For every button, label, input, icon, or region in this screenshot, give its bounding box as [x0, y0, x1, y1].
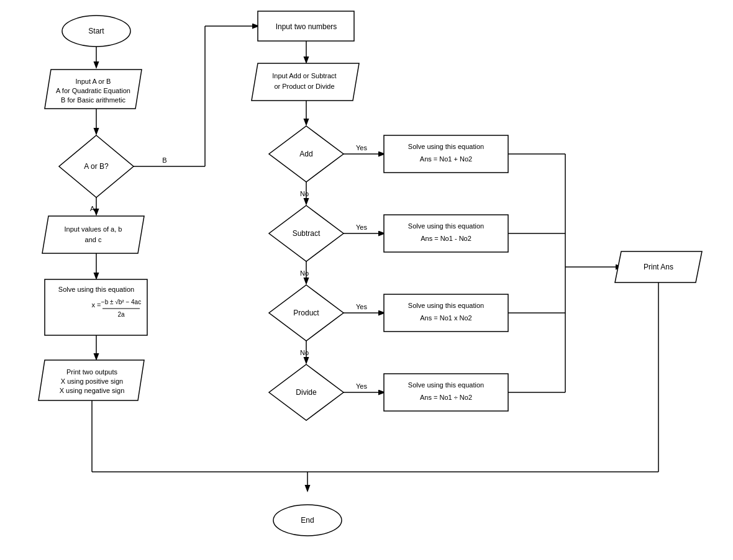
solve-prod-label1: Solve using this equation	[408, 302, 484, 309]
label-yes-prod: Yes	[356, 303, 367, 310]
solve-sub-rect	[384, 215, 508, 252]
print-ans-label: Print Ans	[644, 263, 673, 271]
flowchart-svg: Start Input A or B A for Quadratic Equat…	[0, 0, 733, 560]
input-abc-label2: and c	[85, 236, 102, 243]
print-two-label2: X using positive sign	[61, 377, 123, 385]
formula-numerator: −b ± √b² − 4ac	[101, 299, 141, 305]
solve-add-label2: Ans = No1 + No2	[420, 155, 472, 163]
input-abc-shape	[42, 216, 144, 253]
print-two-label1: Print two outputs	[66, 368, 117, 376]
input-op-label2: or Product or Divide	[274, 83, 334, 90]
input-op-shape	[252, 63, 359, 101]
label-b: B	[162, 156, 166, 164]
label-yes-add: Yes	[356, 144, 367, 151]
decision-subtract-label: Subtract	[293, 229, 321, 238]
solve-add-label1: Solve using this equation	[408, 143, 484, 150]
input-abc-label1: Input values of a, b	[65, 225, 122, 233]
label-yes-sub: Yes	[356, 224, 367, 231]
solve-div-label2: Ans = No1 ÷ No2	[420, 394, 472, 401]
solve-prod-rect	[384, 294, 508, 332]
formula-denominator: 2a	[117, 311, 125, 318]
label-a: A	[90, 205, 95, 212]
solve-div-rect	[384, 374, 508, 411]
input-two-label: Input two numbers	[276, 22, 337, 31]
input-ab-label2: A for Quadratic Equation	[56, 87, 130, 94]
label-yes-div: Yes	[356, 382, 367, 390]
start-label: Start	[88, 27, 104, 35]
decision-divide-label: Divide	[296, 388, 317, 397]
print-two-label3: X using negative sign	[60, 387, 125, 394]
solve-quadratic-label1: Solve using this equation	[58, 286, 134, 293]
solve-sub-label1: Solve using this equation	[408, 222, 484, 230]
label-no-prod: No	[300, 349, 309, 356]
decision-ab-label: A or B?	[84, 162, 109, 171]
input-ab-label1: Input A or B	[76, 78, 111, 85]
end-label: End	[301, 516, 314, 525]
label-no-sub: No	[300, 269, 309, 277]
input-ab-label3: B for Basic arithmetic	[61, 96, 125, 104]
solve-quadratic-formula-x: x =	[92, 301, 101, 309]
label-no-add: No	[300, 190, 309, 197]
decision-add-label: Add	[299, 150, 312, 158]
solve-add-rect	[384, 135, 508, 173]
solve-div-label1: Solve using this equation	[408, 381, 484, 389]
solve-sub-label2: Ans = No1 - No2	[421, 235, 471, 242]
solve-prod-label2: Ans = No1 x No2	[420, 314, 471, 322]
decision-product-label: Product	[293, 309, 319, 317]
input-op-label1: Input Add or Subtract	[272, 72, 336, 79]
